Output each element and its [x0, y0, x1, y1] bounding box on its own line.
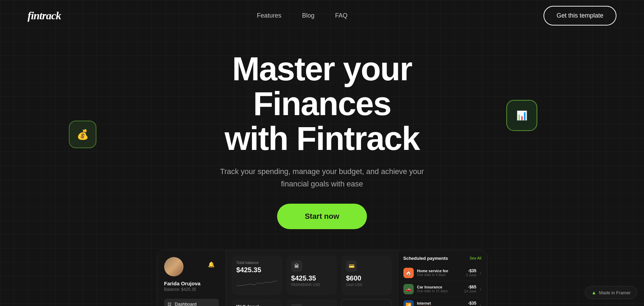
hero-title-line2: with Fintrack — [224, 120, 419, 157]
hero-title-line1: Master your Finances — [232, 50, 412, 122]
deco-box-left: 💰 — [69, 121, 96, 148]
home-service-icon: 🏠 — [403, 268, 414, 278]
internet-name: Internet — [417, 301, 462, 305]
deco-box-right: 📊 — [506, 100, 537, 131]
nav-features[interactable]: Features — [257, 12, 281, 19]
user-avatar — [164, 257, 183, 276]
car-insurance-due: Due date in 15 days — [417, 289, 461, 293]
car-insurance-icon: 🚗 — [403, 284, 414, 294]
car-insurance-name: Car Insurance — [417, 285, 461, 289]
nav-faq[interactable]: FAQ — [335, 12, 347, 19]
car-insurance-date: 14 June — [464, 289, 476, 293]
scheduled-payments-panel: Scheduled payments See All 🏠 Home servic… — [398, 250, 487, 306]
well-done-title: Well done! — [236, 304, 277, 306]
bank1-amount: $425.35 — [291, 274, 332, 282]
balance-text: Balance: — [164, 287, 180, 292]
sidebar-label-dashboard: Dashboard — [175, 302, 197, 306]
start-now-button[interactable]: Start now — [277, 204, 367, 229]
well-done-card: Well done! Your spending reduced by 2% f… — [232, 299, 282, 306]
dashboard-icon: ⊡ — [168, 302, 171, 306]
framer-badge-label: Made in Framer — [599, 290, 631, 295]
bank2-name: Cash USD — [346, 283, 387, 287]
home-service-amount: -$35 — [466, 268, 476, 273]
bank1-card: 🏛 $425.35 PASHABANK USD — [286, 256, 337, 295]
bank1-icon: 🏛 — [291, 261, 302, 272]
add-new-card[interactable]: + Add new — [341, 299, 392, 306]
deco-left-icon: 💰 — [69, 121, 96, 148]
sidebar-item-dashboard[interactable]: ⊡ Dashboard — [164, 299, 219, 306]
car-insurance-amount-col: -$65 14 June — [464, 285, 476, 293]
hero-section: 💰 📊 Master your Finances with Fintrack T… — [0, 31, 644, 243]
home-service-due: Due date in 4 days — [417, 273, 463, 277]
car-insurance-amount: -$65 — [464, 285, 476, 289]
internet-info: Internet Overdue — [417, 301, 462, 306]
avatar-image — [164, 257, 183, 276]
nav-links: Features Blog FAQ — [257, 12, 347, 19]
payment-item-car: 🚗 Car Insurance Due date in 15 days -$65… — [403, 281, 482, 297]
total-balance-label: Total balance — [236, 261, 277, 265]
navbar: fintrack Features Blog FAQ Get this temp… — [0, 0, 644, 31]
chart-icon: 📊 — [516, 110, 527, 121]
home-service-name: Home service fee — [417, 269, 463, 273]
hero-title: Master your Finances with Fintrack — [167, 52, 477, 156]
balance-label: Balance: $425.35 — [164, 287, 219, 292]
bank3-icon: 🏛 — [291, 304, 302, 306]
car-insurance-info: Car Insurance Due date in 15 days — [417, 285, 461, 293]
dashboard-main: Total balance $425.35 🏛 $425.35 PASHABAN… — [226, 250, 398, 306]
user-name: Farida Orujova — [164, 280, 219, 286]
bank3-card: 🏛 $15.98 CENTRALBANK USD — [286, 299, 337, 306]
bell-icon: 🔔 — [208, 261, 215, 268]
framer-badge: ▲ Made in Framer — [585, 286, 637, 299]
total-balance-amount: $425.35 — [236, 266, 277, 274]
hero-subtitle: Track your spending, manage your budget,… — [215, 165, 429, 190]
internet-amount: -$35 — [465, 301, 476, 306]
framer-logo-icon: ▲ — [591, 290, 596, 295]
chevron-icon-2: › — [480, 286, 482, 292]
balance-value: $425.35 — [181, 287, 196, 292]
chevron-icon: › — [480, 270, 482, 276]
get-template-button[interactable]: Get this template — [543, 6, 616, 26]
dashboard-sidebar: 🔔 Farida Orujova Balance: $425.35 ⊡ Dash… — [157, 250, 226, 306]
payment-item-internet: 📶 Internet Overdue -$35 23 May › — [403, 297, 482, 306]
bank2-card: 💳 $600 Cash USD — [341, 256, 392, 295]
dashboard-preview: 🔔 Farida Orujova Balance: $425.35 ⊡ Dash… — [157, 250, 487, 306]
balance-chart — [236, 277, 277, 289]
sidebar-menu: ⊡ Dashboard ≡ Statistics — [164, 299, 219, 306]
internet-icon: 📶 — [403, 300, 414, 306]
deco-right-icon: 📊 — [506, 100, 534, 127]
coin-icon: 💰 — [77, 129, 89, 140]
internet-amount-col: -$35 23 May — [465, 301, 476, 306]
chevron-icon-3: › — [480, 303, 482, 306]
payment-item-home: 🏠 Home service fee Due date in 4 days -$… — [403, 265, 482, 281]
home-service-date: 3 June — [466, 273, 476, 277]
nav-blog[interactable]: Blog — [302, 12, 314, 19]
bank2-icon: 💳 — [346, 261, 357, 272]
bank1-name: PASHABANK USD — [291, 283, 332, 287]
brand-logo[interactable]: fintrack — [28, 9, 61, 22]
home-service-info: Home service fee Due date in 4 days — [417, 269, 463, 277]
scheduled-header: Scheduled payments See All — [403, 256, 482, 261]
total-balance-card: Total balance $425.35 — [232, 256, 282, 295]
scheduled-see-all[interactable]: See All — [469, 256, 481, 260]
scheduled-title: Scheduled payments — [403, 256, 448, 261]
home-service-amount-col: -$35 3 June — [466, 268, 476, 277]
bank2-amount: $600 — [346, 274, 387, 282]
sidebar-inner: 🔔 Farida Orujova Balance: $425.35 ⊡ Dash… — [164, 257, 219, 306]
